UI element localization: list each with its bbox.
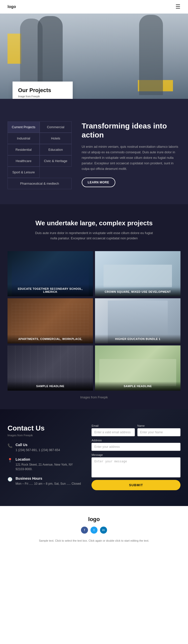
- name-label: Name: [137, 424, 180, 427]
- footer-text: Sample text. Click to select the text bo…: [31, 539, 157, 543]
- hours-label: Business Hours: [16, 476, 81, 480]
- project-label-2: APARTMENTS, COMMERCIAL, WORKPLACE,: [11, 337, 89, 340]
- footer: logo f t in Sample text. Click to select…: [0, 506, 188, 548]
- nav-industrial[interactable]: Industrial: [8, 133, 40, 144]
- project-label-3: HIGHER EDUCATION BUNDLE 1: [99, 337, 177, 340]
- nav-residential[interactable]: Residential: [8, 144, 40, 155]
- freepik-attribution: Image from Freepik: [18, 95, 66, 98]
- header: logo ☰: [0, 0, 188, 14]
- phone-numbers: 1 (234) 567-891, 1 (234) 987-654: [16, 448, 60, 452]
- email-field[interactable]: [91, 428, 135, 436]
- hero-section: Our Projects Image from Freepik LEARN MO…: [0, 14, 188, 99]
- projects-learn-more-button[interactable]: LEARN MORE: [82, 178, 115, 187]
- twitter-icon[interactable]: t: [90, 527, 98, 534]
- project-card-4[interactable]: SAMPLE HEADLINE: [8, 345, 93, 391]
- complex-section-subtitle: Duis aute irure dolor in reprehenderit i…: [31, 231, 157, 241]
- complex-projects-section: We undertake large, complex projects Dui…: [0, 204, 188, 409]
- project-card-5[interactable]: SAMPLE HEADLINE: [95, 345, 180, 391]
- hours-details: Business Hours Mon – Fri ..... 10 am – 8…: [16, 476, 81, 486]
- facebook-icon[interactable]: f: [81, 527, 88, 534]
- contact-inner: Contact Us Images from Freepik 📞 Call Us…: [8, 424, 180, 491]
- projects-content: Transforming ideas into action Ut enim a…: [82, 121, 180, 189]
- hours-text: Mon – Fri ..... 10 am – 8 pm, Sat, Sun .…: [16, 481, 81, 486]
- contact-left: Contact Us Images from Freepik 📞 Call Us…: [8, 424, 81, 491]
- project-label-5: SAMPLE HEADLINE: [99, 385, 177, 388]
- hamburger-menu[interactable]: ☰: [175, 4, 180, 10]
- nav-commercial[interactable]: Commercial: [40, 121, 72, 133]
- call-us-label: Call Us: [16, 443, 60, 447]
- location-details: Location 121 Rock Skeet, 21 Avenue, New …: [16, 457, 81, 471]
- nav-current-projects[interactable]: Current Projects: [8, 121, 40, 133]
- logo: logo: [8, 5, 16, 9]
- address-label: Address: [91, 439, 180, 442]
- contact-freepik: Images from Freepik: [8, 434, 81, 437]
- contact-hours: 🕐 Business Hours Mon – Fri ..... 10 am –…: [8, 476, 81, 486]
- clock-icon: 🕐: [8, 477, 13, 482]
- nav-healthcare[interactable]: Healthcare: [8, 155, 40, 167]
- location-label: Location: [16, 457, 81, 461]
- email-label: Email: [91, 424, 135, 427]
- contact-section: Contact Us Images from Freepik 📞 Call Us…: [0, 409, 188, 506]
- complex-section-title: We undertake large, complex projects: [8, 219, 180, 227]
- message-label: Message: [91, 453, 180, 456]
- name-field[interactable]: [137, 428, 180, 436]
- location-address: 121 Rock Skeet, 21 Avenue, New York, NY …: [16, 462, 81, 471]
- submit-button[interactable]: SUBMIT: [91, 480, 180, 490]
- social-icons: f t in: [8, 527, 180, 534]
- phone-icon: 📞: [8, 443, 13, 448]
- nav-education[interactable]: Education: [40, 144, 72, 155]
- contact-title: Contact Us: [8, 424, 81, 432]
- projects-navigation: Current Projects Commercial Industrial H…: [8, 121, 72, 189]
- nav-pharmaceutical[interactable]: Pharmaceutical & medtech: [8, 178, 72, 189]
- linkedin-icon[interactable]: in: [100, 527, 107, 534]
- project-card-2[interactable]: APARTMENTS, COMMERCIAL, WORKPLACE,: [8, 298, 93, 343]
- message-group: Message: [91, 453, 180, 477]
- hero-card-title: Our Projects: [18, 87, 66, 94]
- nav-civic-heritage[interactable]: Civic & Heritage: [40, 155, 72, 167]
- form-row-1: Email Name: [91, 424, 180, 436]
- contact-location: 📍 Location 121 Rock Skeet, 21 Avenue, Ne…: [8, 457, 81, 471]
- nav-sport-leisure[interactable]: Sport & Leisure: [8, 167, 40, 178]
- project-card-0[interactable]: EDUCATE TOGETHER SECONDARY SCHOOL, LIMER…: [8, 251, 93, 296]
- projects-grid: EDUCATE TOGETHER SECONDARY SCHOOL, LIMER…: [8, 251, 180, 391]
- location-icon: 📍: [8, 458, 13, 463]
- images-attribution: Images from Freepik: [8, 396, 180, 399]
- project-label-4: SAMPLE HEADLINE: [11, 385, 89, 388]
- hero-card: Our Projects Image from Freepik LEARN MO…: [13, 82, 73, 99]
- projects-heading: Transforming ideas into action: [82, 121, 180, 139]
- footer-logo: logo: [8, 516, 180, 523]
- projects-body-text: Ut enim ad minim veniam, quis nostrud ex…: [82, 144, 180, 172]
- email-group: Email: [91, 424, 135, 436]
- nav-grid: Current Projects Commercial Industrial H…: [8, 121, 72, 189]
- project-card-1[interactable]: CROWN SQUARE, MIXED USE DEVELOPMENT: [95, 251, 180, 296]
- project-label-0: EDUCATE TOGETHER SECONDARY SCHOOL, LIMER…: [11, 287, 89, 293]
- address-group: Address: [91, 439, 180, 451]
- projects-section: Current Projects Commercial Industrial H…: [0, 99, 188, 204]
- name-group: Name: [137, 424, 180, 436]
- phone-details: Call Us 1 (234) 567-891, 1 (234) 987-654: [16, 443, 60, 452]
- contact-phone: 📞 Call Us 1 (234) 567-891, 1 (234) 987-6…: [8, 443, 81, 452]
- contact-form: Email Name Address Message SUBMIT: [91, 424, 180, 491]
- nav-hotels[interactable]: Hotels: [40, 133, 72, 144]
- project-label-1: CROWN SQUARE, MIXED USE DEVELOPMENT: [99, 290, 177, 293]
- message-field[interactable]: [91, 457, 180, 477]
- project-card-3[interactable]: HIGHER EDUCATION BUNDLE 1: [95, 298, 180, 343]
- address-field[interactable]: [91, 443, 180, 451]
